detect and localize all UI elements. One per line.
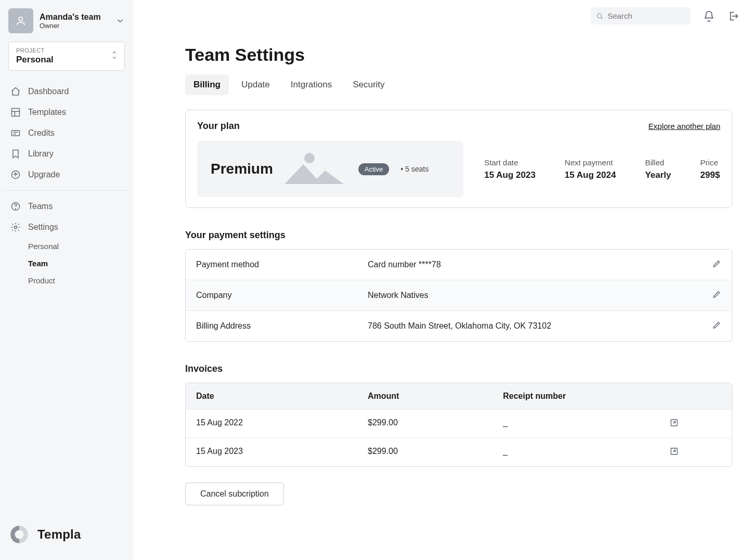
sidebar-item-dashboard[interactable]: Dashboard: [4, 81, 129, 102]
nav-separator: [4, 190, 129, 191]
invoices-header: Date Amount Receipt number: [186, 383, 732, 410]
svg-rect-2: [12, 131, 20, 136]
sidebar-item-label: Settings: [28, 223, 58, 232]
edit-button[interactable]: [712, 290, 721, 301]
project-value: Personal: [16, 55, 117, 65]
image-placeholder-icon: [279, 149, 347, 189]
payment-settings-table: Payment method Card number ****78 Compan…: [185, 249, 732, 342]
pencil-icon: [712, 259, 721, 268]
plan-name: Premium: [211, 161, 273, 177]
tabs: Billing Update Intgrations Security: [185, 74, 739, 95]
project-caption: PROJECT: [16, 47, 117, 54]
help-icon: [10, 201, 21, 212]
logout-icon: [727, 10, 739, 22]
page-title: Team Settings: [185, 45, 739, 65]
external-link-icon: [669, 447, 679, 456]
invoice-row: 15 Aug 2022 $299.00 _: [186, 410, 732, 438]
edit-button[interactable]: [712, 320, 721, 332]
sidebar: Amanda's team Owner PROJECT Personal Das…: [0, 0, 133, 560]
plan-card: Premium Active • 5 seats: [197, 141, 463, 197]
team-role: Owner: [40, 22, 109, 30]
payment-row-method: Payment method Card number ****78: [186, 250, 732, 280]
fact-price: Price 299$: [700, 158, 720, 180]
sidebar-item-upgrade[interactable]: Upgrade: [4, 164, 129, 185]
sidebar-sub-product[interactable]: Product: [4, 272, 129, 289]
tab-integrations[interactable]: Intgrations: [282, 74, 340, 95]
sidebar-item-label: Templates: [28, 108, 66, 117]
svg-point-8: [304, 153, 315, 163]
bell-icon: [703, 10, 715, 22]
main: Team Settings Billing Update Intgrations…: [133, 0, 749, 560]
tab-billing[interactable]: Billing: [185, 74, 229, 95]
fact-start-date: Start date 15 Aug 2023: [484, 158, 536, 180]
plan-panel: Your plan Explore another plan Premium A…: [185, 110, 732, 208]
sidebar-sub-personal[interactable]: Personal: [4, 238, 129, 255]
chevron-updown-icon: [111, 50, 118, 62]
svg-point-0: [19, 17, 22, 21]
sidebar-item-label: Library: [28, 149, 54, 159]
gear-icon: [10, 222, 21, 232]
brand-name: Templa: [37, 527, 81, 542]
brand-logo-icon: [8, 524, 30, 545]
payment-row-address: Billing Address 786 South Main Street, O…: [186, 311, 732, 341]
chevron-down-icon: [115, 16, 125, 25]
open-invoice-button[interactable]: [669, 418, 679, 429]
pencil-icon: [712, 320, 721, 330]
grid-icon: [10, 107, 21, 118]
external-link-icon: [669, 418, 679, 427]
explore-plan-link[interactable]: Explore another plan: [649, 122, 720, 131]
fact-billed: Billed Yearly: [645, 158, 671, 180]
sidebar-item-credits[interactable]: Credits: [4, 123, 129, 144]
search-input[interactable]: [608, 11, 686, 20]
svg-rect-1: [12, 109, 20, 116]
edit-button[interactable]: [712, 259, 721, 270]
search-icon: [596, 12, 603, 20]
bookmark-icon: [10, 149, 21, 159]
search[interactable]: [591, 7, 691, 24]
sidebar-item-label: Dashboard: [28, 87, 69, 96]
payment-section-title: Your payment settings: [185, 230, 739, 241]
project-selector[interactable]: PROJECT Personal: [8, 42, 125, 71]
plan-facts: Start date 15 Aug 2023 Next payment 15 A…: [484, 141, 720, 197]
seats-text: • 5 seats: [401, 165, 429, 173]
status-badge: Active: [358, 163, 389, 175]
topbar: [591, 7, 739, 24]
sidebar-sub-team[interactable]: Team: [4, 255, 129, 272]
notifications-button[interactable]: [703, 10, 715, 22]
cancel-subscription-button[interactable]: Cancel subcription: [185, 483, 284, 505]
svg-point-6: [15, 226, 17, 229]
user-icon: [15, 15, 27, 27]
sidebar-item-settings[interactable]: Settings: [4, 217, 129, 238]
sidebar-item-label: Teams: [28, 202, 53, 211]
logout-button[interactable]: [727, 10, 739, 22]
invoices-section-title: Invoices: [185, 363, 739, 374]
avatar: [8, 8, 33, 33]
svg-point-5: [16, 209, 16, 209]
plan-panel-title: Your plan: [197, 121, 240, 132]
svg-point-7: [597, 14, 601, 18]
pencil-icon: [712, 290, 721, 299]
sidebar-item-teams[interactable]: Teams: [4, 196, 129, 217]
payment-row-company: Company Network Natives: [186, 280, 732, 311]
nav-primary: Dashboard Templates Credits Library Upgr…: [0, 81, 133, 289]
invoices-table: Date Amount Receipt number 15 Aug 2022 $…: [185, 383, 732, 467]
invoice-row: 15 Aug 2023 $299.00 _: [186, 438, 732, 466]
sidebar-item-label: Credits: [28, 128, 55, 138]
arrow-up-circle-icon: [10, 170, 21, 180]
card-icon: [10, 128, 21, 138]
fact-next-payment: Next payment 15 Aug 2024: [565, 158, 616, 180]
sidebar-item-label: Upgrade: [28, 170, 60, 179]
brand: Templa: [8, 524, 81, 545]
tab-update[interactable]: Update: [233, 74, 278, 95]
home-icon: [10, 86, 21, 97]
team-switcher[interactable]: Amanda's team Owner: [0, 8, 133, 42]
team-name: Amanda's team: [40, 12, 109, 22]
open-invoice-button[interactable]: [669, 447, 679, 458]
tab-security[interactable]: Security: [344, 74, 393, 95]
sidebar-item-templates[interactable]: Templates: [4, 102, 129, 123]
sidebar-item-library[interactable]: Library: [4, 144, 129, 164]
